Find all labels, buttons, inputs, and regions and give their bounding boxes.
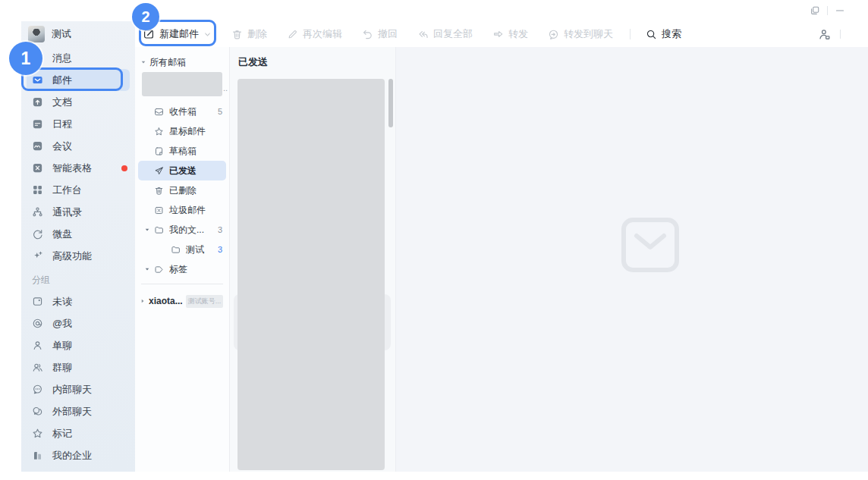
group-icon xyxy=(32,362,43,373)
sidebar-item-drive[interactable]: 微盘 xyxy=(21,223,135,245)
folder-item-deleted[interactable]: 已删除 xyxy=(135,180,229,200)
drive-icon xyxy=(32,228,43,240)
app-window: 测试 消息邮件文档日程会议智能表格工作台通讯录微盘高级功能 分组 未读@我单聊群… xyxy=(0,0,868,480)
sidebar-item-meeting[interactable]: 会议 xyxy=(21,135,135,157)
empty-mail-placeholder-icon xyxy=(621,217,680,273)
window-controls-divider xyxy=(827,6,828,15)
smarttable-icon xyxy=(32,162,43,174)
minimize-icon[interactable] xyxy=(835,5,845,16)
delete-button[interactable]: 删除 xyxy=(231,27,267,41)
sidebar-item-label: 智能表格 xyxy=(52,162,92,175)
sidebar-item-label: 会议 xyxy=(52,140,72,153)
redacted-ellipsis: .. xyxy=(223,83,228,93)
forward-button[interactable]: 转发 xyxy=(492,27,528,41)
sidebar-item-label: 日程 xyxy=(52,118,72,131)
at-icon xyxy=(32,318,43,329)
sidebar-item-label: 微盘 xyxy=(52,227,72,241)
folder-count: 3 xyxy=(218,245,222,254)
sidebar-item-label: 单聊 xyxy=(52,339,72,353)
tags-icon xyxy=(154,265,164,275)
message-list-pane: 已发送 xyxy=(229,47,395,472)
account-badge: 测试账号... xyxy=(186,295,224,308)
edit-again-button[interactable]: 再次编辑 xyxy=(287,27,342,41)
collapse-arrow-icon[interactable] xyxy=(144,266,150,272)
sent-icon xyxy=(154,166,164,176)
list-scrollbar[interactable] xyxy=(388,79,393,127)
all-mailboxes-row[interactable]: 所有邮箱 xyxy=(135,53,229,71)
expand-arrow-icon[interactable] xyxy=(140,298,146,304)
redacted-account-block xyxy=(142,72,222,96)
collapse-arrow-icon[interactable] xyxy=(144,227,150,233)
sidebar-item-docs[interactable]: 文档 xyxy=(21,91,135,113)
sidebar-item-single[interactable]: 单聊 xyxy=(21,334,135,356)
sidebar-item-external[interactable]: 外部聊天 xyxy=(21,400,135,422)
sidebar-item-label: 外部聊天 xyxy=(52,405,92,419)
sidebar-item-star[interactable]: 标记 xyxy=(21,422,135,444)
search-label: 搜索 xyxy=(662,27,681,41)
sidebar: 测试 消息邮件文档日程会议智能表格工作台通讯录微盘高级功能 分组 未读@我单聊群… xyxy=(21,21,135,472)
folder-label: 星标邮件 xyxy=(169,125,206,138)
folder-item-inbox[interactable]: 收件箱5 xyxy=(135,102,229,121)
folder-item-drafts[interactable]: 草稿箱 xyxy=(135,141,229,161)
sidebar-item-company[interactable]: 我的企业 xyxy=(21,444,135,466)
search-icon xyxy=(646,29,657,40)
reply-all-button[interactable]: 回复全部 xyxy=(417,27,473,41)
sidebar-item-internal[interactable]: 内部聊天 xyxy=(21,378,135,400)
delete-label: 删除 xyxy=(247,27,267,41)
user-name: 测试 xyxy=(52,27,71,41)
folder-item-my-folder[interactable]: 我的文...3 xyxy=(135,220,229,240)
company-icon xyxy=(32,450,43,461)
inbox-icon xyxy=(154,107,164,117)
sidebar-item-workbench[interactable]: 工作台 xyxy=(21,179,135,201)
sidebar-item-advanced[interactable]: 高级功能 xyxy=(21,245,135,267)
compose-button[interactable]: 新建邮件 xyxy=(143,27,212,41)
sidebar-item-unread[interactable]: 未读 xyxy=(21,290,135,312)
folder-item-junk[interactable]: 垃圾邮件 xyxy=(135,200,229,220)
meeting-icon xyxy=(32,140,43,152)
folder-pane: 所有邮箱 .. 收件箱5星标邮件草稿箱已发送已删除垃圾邮件我的文...3测试3标… xyxy=(135,47,229,472)
collapse-arrow-icon[interactable] xyxy=(140,59,146,65)
sidebar-item-contacts[interactable]: 通讯录 xyxy=(21,201,135,223)
external-icon xyxy=(32,406,43,417)
folder-label: 标签 xyxy=(169,263,187,276)
recall-icon xyxy=(362,29,373,40)
search-button[interactable]: 搜索 xyxy=(646,27,681,41)
folder-label: 测试 xyxy=(186,243,204,256)
group-section-label: 分组 xyxy=(21,267,135,290)
single-icon xyxy=(32,340,43,351)
sidebar-item-label: 邮件 xyxy=(52,74,72,87)
my-folder-icon xyxy=(154,225,164,235)
account-name: xiaota... xyxy=(149,296,183,306)
sidebar-item-mail[interactable]: 邮件 xyxy=(27,69,130,91)
edit-again-icon xyxy=(287,29,298,40)
secondary-account-row[interactable]: xiaota... 测试账号... xyxy=(135,291,229,311)
folder-count: 3 xyxy=(218,225,222,234)
sidebar-item-label: @我 xyxy=(52,317,72,331)
forward-to-chat-button[interactable]: 转发到聊天 xyxy=(548,27,613,41)
avatar[interactable] xyxy=(28,26,45,42)
window-controls xyxy=(810,5,845,16)
folder-item-tags[interactable]: 标签 xyxy=(135,259,229,279)
sidebar-item-smarttable[interactable]: 智能表格 xyxy=(21,157,135,179)
sidebar-item-label: 标记 xyxy=(52,427,72,441)
folder-item-test-folder[interactable]: 测试3 xyxy=(135,240,229,259)
reply-all-icon xyxy=(417,29,429,40)
sidebar-item-at[interactable]: @我 xyxy=(21,312,135,334)
test-folder-icon xyxy=(171,245,181,255)
redacted-message-list[interactable] xyxy=(237,79,385,470)
folder-label: 收件箱 xyxy=(169,105,197,118)
forward-label: 转发 xyxy=(508,27,528,41)
read-status-contact-icon[interactable] xyxy=(818,28,831,41)
sidebar-item-label: 文档 xyxy=(52,96,72,109)
sidebar-item-group[interactable]: 群聊 xyxy=(21,356,135,378)
reading-pane xyxy=(395,47,868,472)
recall-button[interactable]: 撤回 xyxy=(362,27,398,41)
restore-window-icon[interactable] xyxy=(810,5,820,16)
message-list-title: 已发送 xyxy=(230,47,395,69)
internal-icon xyxy=(32,384,43,395)
folder-item-sent[interactable]: 已发送 xyxy=(138,161,226,180)
forward-to-chat-label: 转发到聊天 xyxy=(564,27,613,41)
folder-item-starred[interactable]: 星标邮件 xyxy=(135,121,229,141)
sidebar-item-calendar[interactable]: 日程 xyxy=(21,113,135,135)
forward-to-chat-icon xyxy=(548,29,559,40)
